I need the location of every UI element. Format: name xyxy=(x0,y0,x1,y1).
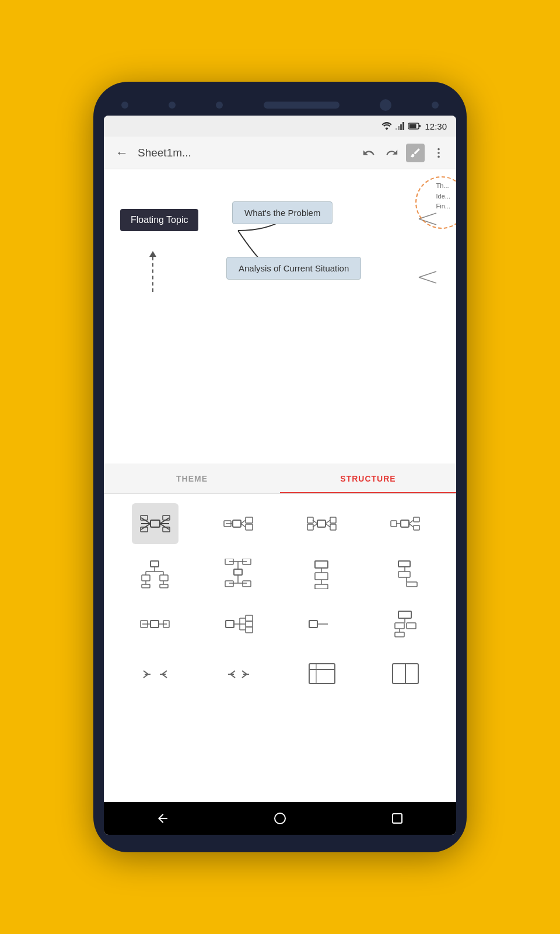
svg-rect-1 xyxy=(398,126,400,130)
notch-dot-2 xyxy=(169,102,176,109)
structure-item-mindmap-both[interactable] xyxy=(299,503,345,544)
battery-icon xyxy=(408,123,421,130)
svg-rect-48 xyxy=(150,561,159,567)
floating-topic-arrow xyxy=(149,251,156,292)
tree-icon xyxy=(140,559,170,589)
svg-rect-59 xyxy=(234,569,242,575)
whats-problem-label: What's the Problem xyxy=(244,208,320,218)
structure-row-1 xyxy=(113,501,447,546)
signal-icon xyxy=(396,122,405,130)
back-button[interactable]: ← xyxy=(111,141,133,165)
redo-button[interactable] xyxy=(382,142,402,163)
structure-item-single-right[interactable] xyxy=(299,604,345,644)
svg-rect-58 xyxy=(160,584,168,588)
expand-right-icon xyxy=(223,659,254,689)
svg-line-19 xyxy=(160,518,169,524)
split-view-icon xyxy=(390,659,421,689)
svg-rect-39 xyxy=(307,517,313,523)
phone-notch xyxy=(104,99,456,111)
svg-rect-70 xyxy=(315,573,328,580)
svg-line-42 xyxy=(409,520,414,524)
structure-item-split-view[interactable] xyxy=(382,654,429,695)
top-bar: ← Sheet1m... xyxy=(104,137,456,169)
svg-point-118 xyxy=(275,813,285,824)
svg-rect-75 xyxy=(398,571,410,577)
status-time: 12:30 xyxy=(425,121,447,131)
svg-rect-89 xyxy=(246,615,253,621)
svg-rect-45 xyxy=(414,525,419,530)
recents-nav-button[interactable] xyxy=(383,804,412,833)
svg-line-33 xyxy=(326,520,330,524)
tab-bar: THEME STRUCTURE xyxy=(104,463,456,494)
compress-left-icon xyxy=(140,659,170,689)
svg-rect-66 xyxy=(225,581,233,587)
structure-item-tree-left[interactable] xyxy=(215,553,262,594)
top-bar-actions xyxy=(358,142,449,163)
phone-speaker xyxy=(264,102,340,109)
svg-rect-77 xyxy=(407,582,417,587)
status-icons: 12:30 xyxy=(382,121,447,131)
structure-item-vertical[interactable] xyxy=(299,553,345,594)
svg-rect-0 xyxy=(396,128,397,130)
document-title: Sheet1m... xyxy=(138,147,358,159)
orange-label-2: Ide... xyxy=(436,191,450,202)
status-bar: 12:30 xyxy=(104,116,456,137)
structure-item-mindmap-right[interactable] xyxy=(215,503,262,544)
svg-rect-90 xyxy=(246,621,253,627)
svg-rect-67 xyxy=(243,581,251,587)
svg-rect-91 xyxy=(246,627,253,633)
notch-dot-1 xyxy=(121,102,128,109)
floating-topic-box[interactable]: Floating Topic xyxy=(120,209,198,231)
structure-item-expand-right[interactable] xyxy=(215,654,262,695)
svg-line-13 xyxy=(419,277,436,283)
structure-item-mindmap-center[interactable] xyxy=(132,503,178,544)
svg-rect-14 xyxy=(150,520,160,527)
structure-row-3 xyxy=(113,601,447,647)
top-down-icon xyxy=(390,609,421,639)
bottom-navigation xyxy=(104,802,456,835)
orange-circle-labels: Th... Ide... Fin... xyxy=(436,181,450,212)
phone-screen: 12:30 ← Sheet1m... xyxy=(104,116,456,835)
structure-item-mindmap-alt[interactable] xyxy=(382,503,429,544)
svg-rect-92 xyxy=(309,621,317,628)
undo-button[interactable] xyxy=(358,142,379,163)
more-button[interactable] xyxy=(428,142,449,163)
arrow-up-icon xyxy=(149,251,156,257)
structure-item-vertical-right[interactable] xyxy=(382,553,429,594)
structure-item-browser[interactable] xyxy=(299,654,345,695)
home-nav-button[interactable] xyxy=(265,804,295,833)
back-nav-button[interactable] xyxy=(148,804,177,833)
analysis-label: Analysis of Current Situation xyxy=(239,263,349,273)
svg-rect-36 xyxy=(330,524,336,530)
left-tree-icon xyxy=(223,609,254,639)
format-button[interactable] xyxy=(405,142,426,163)
structure-item-tree[interactable] xyxy=(132,553,178,594)
notch-dot-3 xyxy=(216,102,223,109)
structure-item-compress-left[interactable] xyxy=(132,654,178,695)
svg-rect-47 xyxy=(391,521,397,527)
phone-camera xyxy=(380,99,391,111)
canvas-area[interactable]: Floating Topic What's the Problem Analys… xyxy=(104,169,456,463)
svg-line-17 xyxy=(141,518,150,524)
structure-item-left-tree[interactable] xyxy=(215,604,262,644)
phone-frame: 12:30 ← Sheet1m... xyxy=(93,82,467,852)
svg-rect-95 xyxy=(398,611,411,618)
svg-rect-100 xyxy=(395,632,404,637)
analysis-node[interactable]: Analysis of Current Situation xyxy=(226,257,361,280)
structure-item-left-right[interactable] xyxy=(132,604,178,644)
svg-rect-98 xyxy=(407,623,416,629)
svg-rect-25 xyxy=(233,520,241,527)
svg-rect-72 xyxy=(315,584,328,589)
svg-rect-113 xyxy=(309,664,335,684)
svg-rect-28 xyxy=(246,517,253,523)
svg-point-7 xyxy=(438,148,440,150)
tab-structure[interactable]: STRUCTURE xyxy=(280,463,456,493)
mindmap-both-icon xyxy=(307,508,337,539)
svg-rect-119 xyxy=(393,814,402,823)
tab-theme[interactable]: THEME xyxy=(104,463,280,493)
svg-line-34 xyxy=(326,524,330,527)
whats-problem-node[interactable]: What's the Problem xyxy=(232,201,332,224)
tab-structure-label: STRUCTURE xyxy=(340,474,396,483)
structure-item-top-down[interactable] xyxy=(382,604,429,644)
notch-dot-4 xyxy=(432,102,439,109)
